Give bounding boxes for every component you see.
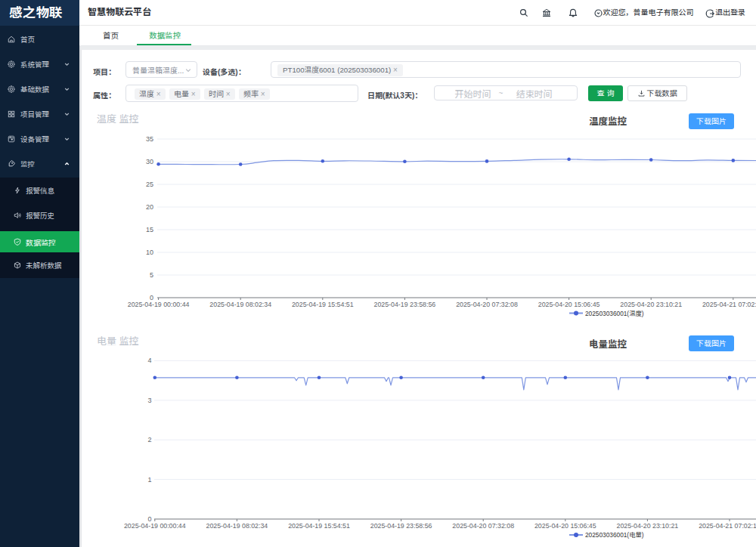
svg-text:1: 1 xyxy=(147,476,151,484)
svg-text:2025-04-21 07:02:16: 2025-04-21 07:02:16 xyxy=(702,301,756,308)
svg-text:15: 15 xyxy=(146,226,153,233)
svg-text:2025-04-19 15:54:51: 2025-04-19 15:54:51 xyxy=(288,522,350,530)
svg-text:2025-04-20 07:32:08: 2025-04-20 07:32:08 xyxy=(456,301,518,308)
svg-text:20: 20 xyxy=(146,203,153,211)
svg-text:2: 2 xyxy=(147,436,151,443)
svg-text:2025-04-20 15:06:45: 2025-04-20 15:06:45 xyxy=(534,522,596,530)
svg-text:2025-04-19 08:02:34: 2025-04-19 08:02:34 xyxy=(206,522,268,530)
svg-text:10: 10 xyxy=(146,249,153,256)
svg-text:2025-04-19 15:54:51: 2025-04-19 15:54:51 xyxy=(292,301,354,308)
svg-text:2025-04-20 23:10:21: 2025-04-20 23:10:21 xyxy=(620,301,682,308)
svg-text:2025-04-19 00:00:44: 2025-04-19 00:00:44 xyxy=(128,301,190,308)
svg-text:5: 5 xyxy=(150,271,153,279)
svg-text:3: 3 xyxy=(147,397,151,404)
svg-text:25: 25 xyxy=(146,181,153,188)
svg-text:2025-04-21 07:02:16: 2025-04-21 07:02:16 xyxy=(699,522,756,530)
svg-text:202503036001(温度): 202503036001(温度) xyxy=(585,310,644,317)
svg-text:30: 30 xyxy=(146,158,153,165)
svg-text:2025-04-20 15:06:45: 2025-04-20 15:06:45 xyxy=(538,301,600,308)
svg-text:2025-04-19 08:02:34: 2025-04-19 08:02:34 xyxy=(209,301,271,308)
svg-text:2025-04-19 23:58:56: 2025-04-19 23:58:56 xyxy=(374,301,436,308)
svg-text:35: 35 xyxy=(146,135,153,143)
svg-text:2025-04-20 07:32:08: 2025-04-20 07:32:08 xyxy=(452,522,514,530)
svg-text:2025-04-19 00:00:44: 2025-04-19 00:00:44 xyxy=(124,522,186,530)
svg-text:2025-04-20 23:10:21: 2025-04-20 23:10:21 xyxy=(617,522,679,530)
svg-text:2025-04-19 23:58:56: 2025-04-19 23:58:56 xyxy=(370,522,432,530)
svg-text:4: 4 xyxy=(147,357,151,364)
svg-text:202503036001(电量): 202503036001(电量) xyxy=(585,531,644,539)
